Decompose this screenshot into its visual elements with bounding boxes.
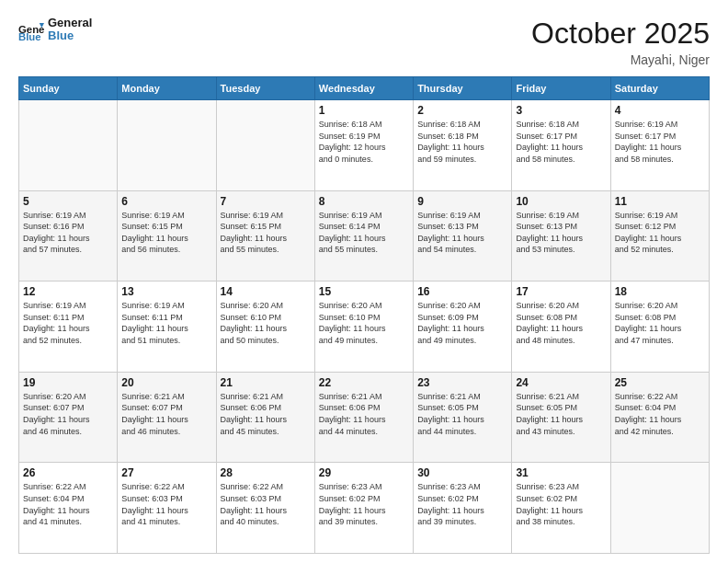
day-info: Sunrise: 6:19 AM Sunset: 6:11 PM Dayligh… bbox=[121, 300, 211, 346]
table-row: 25Sunrise: 6:22 AM Sunset: 6:04 PM Dayli… bbox=[610, 372, 709, 463]
day-info: Sunrise: 6:20 AM Sunset: 6:09 PM Dayligh… bbox=[417, 300, 507, 346]
day-number: 31 bbox=[516, 466, 606, 479]
day-number: 23 bbox=[417, 376, 507, 389]
day-info: Sunrise: 6:20 AM Sunset: 6:10 PM Dayligh… bbox=[221, 300, 311, 346]
calendar-week-row: 1Sunrise: 6:18 AM Sunset: 6:19 PM Daylig… bbox=[19, 100, 710, 191]
header: General Blue General Blue October 2025 M… bbox=[18, 17, 710, 67]
logo: General Blue General Blue bbox=[18, 17, 92, 43]
header-friday: Friday bbox=[512, 77, 610, 100]
day-info: Sunrise: 6:18 AM Sunset: 6:17 PM Dayligh… bbox=[516, 119, 606, 165]
day-info: Sunrise: 6:22 AM Sunset: 6:04 PM Dayligh… bbox=[23, 481, 113, 527]
day-number: 3 bbox=[516, 104, 606, 117]
table-row: 23Sunrise: 6:21 AM Sunset: 6:05 PM Dayli… bbox=[414, 372, 512, 463]
table-row: 1Sunrise: 6:18 AM Sunset: 6:19 PM Daylig… bbox=[314, 100, 413, 191]
day-number: 28 bbox=[221, 466, 311, 479]
day-number: 26 bbox=[23, 466, 113, 479]
table-row: 27Sunrise: 6:22 AM Sunset: 6:03 PM Dayli… bbox=[118, 463, 216, 554]
header-monday: Monday bbox=[118, 77, 216, 100]
location: Mayahi, Niger bbox=[531, 52, 710, 67]
table-row: 13Sunrise: 6:19 AM Sunset: 6:11 PM Dayli… bbox=[118, 282, 216, 373]
table-row: 30Sunrise: 6:23 AM Sunset: 6:02 PM Dayli… bbox=[414, 463, 512, 554]
day-info: Sunrise: 6:18 AM Sunset: 6:18 PM Dayligh… bbox=[417, 119, 507, 165]
day-number: 19 bbox=[23, 376, 113, 389]
day-info: Sunrise: 6:21 AM Sunset: 6:05 PM Dayligh… bbox=[516, 391, 606, 437]
table-row: 7Sunrise: 6:19 AM Sunset: 6:15 PM Daylig… bbox=[216, 190, 314, 282]
day-info: Sunrise: 6:20 AM Sunset: 6:07 PM Dayligh… bbox=[23, 391, 113, 437]
day-info: Sunrise: 6:19 AM Sunset: 6:15 PM Dayligh… bbox=[221, 210, 311, 256]
day-info: Sunrise: 6:23 AM Sunset: 6:02 PM Dayligh… bbox=[319, 481, 409, 527]
calendar-week-row: 5Sunrise: 6:19 AM Sunset: 6:16 PM Daylig… bbox=[19, 190, 710, 282]
weekday-header-row: Sunday Monday Tuesday Wednesday Thursday… bbox=[19, 77, 710, 100]
header-tuesday: Tuesday bbox=[216, 77, 314, 100]
table-row: 8Sunrise: 6:19 AM Sunset: 6:14 PM Daylig… bbox=[314, 190, 413, 282]
table-row: 3Sunrise: 6:18 AM Sunset: 6:17 PM Daylig… bbox=[512, 100, 610, 191]
day-number: 24 bbox=[516, 376, 606, 389]
day-number: 22 bbox=[319, 376, 409, 389]
day-number: 14 bbox=[221, 285, 311, 298]
page: General Blue General Blue October 2025 M… bbox=[0, 0, 728, 563]
day-number: 9 bbox=[417, 195, 507, 208]
day-info: Sunrise: 6:19 AM Sunset: 6:12 PM Dayligh… bbox=[615, 210, 705, 256]
day-number: 2 bbox=[417, 104, 507, 117]
header-wednesday: Wednesday bbox=[314, 77, 413, 100]
day-number: 5 bbox=[23, 195, 113, 208]
day-info: Sunrise: 6:22 AM Sunset: 6:04 PM Dayligh… bbox=[615, 391, 705, 437]
table-row: 29Sunrise: 6:23 AM Sunset: 6:02 PM Dayli… bbox=[314, 463, 413, 554]
day-number: 18 bbox=[615, 285, 705, 298]
day-info: Sunrise: 6:21 AM Sunset: 6:07 PM Dayligh… bbox=[121, 391, 211, 437]
day-number: 27 bbox=[121, 466, 211, 479]
logo-icon: General Blue bbox=[18, 17, 44, 42]
day-info: Sunrise: 6:21 AM Sunset: 6:05 PM Dayligh… bbox=[417, 391, 507, 437]
day-info: Sunrise: 6:22 AM Sunset: 6:03 PM Dayligh… bbox=[121, 481, 211, 527]
table-row: 22Sunrise: 6:21 AM Sunset: 6:06 PM Dayli… bbox=[314, 372, 413, 463]
day-info: Sunrise: 6:19 AM Sunset: 6:17 PM Dayligh… bbox=[615, 119, 705, 165]
day-info: Sunrise: 6:21 AM Sunset: 6:06 PM Dayligh… bbox=[221, 391, 311, 437]
day-number: 25 bbox=[615, 376, 705, 389]
calendar-week-row: 26Sunrise: 6:22 AM Sunset: 6:04 PM Dayli… bbox=[19, 463, 710, 554]
day-info: Sunrise: 6:19 AM Sunset: 6:14 PM Dayligh… bbox=[319, 210, 409, 256]
day-number: 16 bbox=[417, 285, 507, 298]
day-info: Sunrise: 6:20 AM Sunset: 6:08 PM Dayligh… bbox=[516, 300, 606, 346]
day-info: Sunrise: 6:20 AM Sunset: 6:10 PM Dayligh… bbox=[319, 300, 409, 346]
day-info: Sunrise: 6:19 AM Sunset: 6:15 PM Dayligh… bbox=[121, 210, 211, 256]
calendar-body: 1Sunrise: 6:18 AM Sunset: 6:19 PM Daylig… bbox=[19, 100, 710, 554]
day-info: Sunrise: 6:19 AM Sunset: 6:16 PM Dayligh… bbox=[23, 210, 113, 256]
table-row: 10Sunrise: 6:19 AM Sunset: 6:13 PM Dayli… bbox=[512, 190, 610, 282]
day-number: 1 bbox=[319, 104, 409, 117]
table-row: 9Sunrise: 6:19 AM Sunset: 6:13 PM Daylig… bbox=[414, 190, 512, 282]
table-row: 11Sunrise: 6:19 AM Sunset: 6:12 PM Dayli… bbox=[610, 190, 709, 282]
calendar-week-row: 12Sunrise: 6:19 AM Sunset: 6:11 PM Dayli… bbox=[19, 282, 710, 373]
day-info: Sunrise: 6:19 AM Sunset: 6:13 PM Dayligh… bbox=[516, 210, 606, 256]
header-sunday: Sunday bbox=[19, 77, 118, 100]
table-row: 12Sunrise: 6:19 AM Sunset: 6:11 PM Dayli… bbox=[19, 282, 118, 373]
table-row bbox=[19, 100, 118, 191]
day-number: 12 bbox=[23, 285, 113, 298]
table-row bbox=[216, 100, 314, 191]
table-row: 18Sunrise: 6:20 AM Sunset: 6:08 PM Dayli… bbox=[610, 282, 709, 373]
table-row: 26Sunrise: 6:22 AM Sunset: 6:04 PM Dayli… bbox=[19, 463, 118, 554]
table-row bbox=[118, 100, 216, 191]
header-saturday: Saturday bbox=[610, 77, 709, 100]
day-number: 13 bbox=[121, 285, 211, 298]
day-number: 30 bbox=[417, 466, 507, 479]
table-row: 14Sunrise: 6:20 AM Sunset: 6:10 PM Dayli… bbox=[216, 282, 314, 373]
table-row: 21Sunrise: 6:21 AM Sunset: 6:06 PM Dayli… bbox=[216, 372, 314, 463]
table-row: 2Sunrise: 6:18 AM Sunset: 6:18 PM Daylig… bbox=[414, 100, 512, 191]
table-row: 20Sunrise: 6:21 AM Sunset: 6:07 PM Dayli… bbox=[118, 372, 216, 463]
table-row: 24Sunrise: 6:21 AM Sunset: 6:05 PM Dayli… bbox=[512, 372, 610, 463]
table-row: 6Sunrise: 6:19 AM Sunset: 6:15 PM Daylig… bbox=[118, 190, 216, 282]
table-row: 17Sunrise: 6:20 AM Sunset: 6:08 PM Dayli… bbox=[512, 282, 610, 373]
day-number: 7 bbox=[221, 195, 311, 208]
table-row: 16Sunrise: 6:20 AM Sunset: 6:09 PM Dayli… bbox=[414, 282, 512, 373]
day-number: 20 bbox=[121, 376, 211, 389]
day-info: Sunrise: 6:23 AM Sunset: 6:02 PM Dayligh… bbox=[516, 481, 606, 527]
day-info: Sunrise: 6:19 AM Sunset: 6:13 PM Dayligh… bbox=[417, 210, 507, 256]
table-row bbox=[610, 463, 709, 554]
logo-blue: Blue bbox=[48, 29, 92, 42]
month-title: October 2025 bbox=[531, 17, 710, 51]
day-info: Sunrise: 6:22 AM Sunset: 6:03 PM Dayligh… bbox=[221, 481, 311, 527]
day-number: 29 bbox=[319, 466, 409, 479]
day-number: 21 bbox=[221, 376, 311, 389]
day-number: 17 bbox=[516, 285, 606, 298]
day-info: Sunrise: 6:18 AM Sunset: 6:19 PM Dayligh… bbox=[319, 119, 409, 165]
